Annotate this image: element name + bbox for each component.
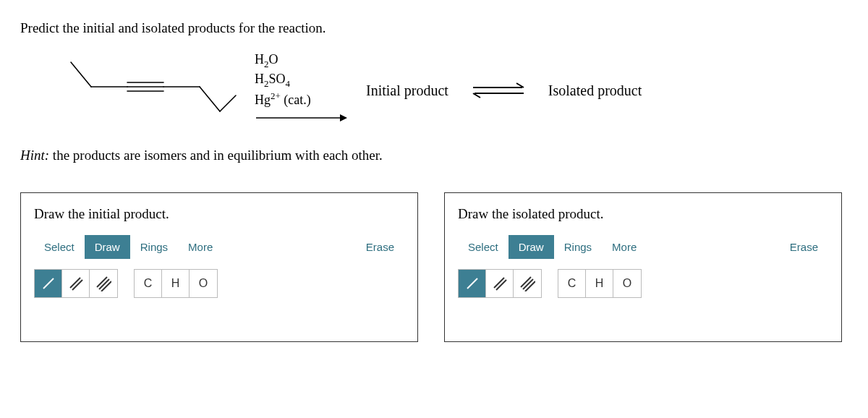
double-bond-button[interactable]: [486, 270, 514, 297]
hydrogen-button[interactable]: H: [586, 270, 613, 297]
initial-product-editor: Draw the initial product. Select Draw Ri…: [20, 192, 418, 342]
svg-line-6: [200, 87, 220, 111]
rings-tab[interactable]: Rings: [554, 235, 602, 259]
triple-bond-icon: [519, 276, 535, 291]
hydrogen-button[interactable]: H: [162, 270, 190, 297]
erase-button[interactable]: Erase: [356, 235, 404, 259]
question-text: Predict the initial and isolated product…: [20, 20, 848, 36]
erase-button[interactable]: Erase: [780, 235, 828, 259]
svg-marker-9: [340, 114, 347, 121]
single-bond-button[interactable]: [459, 270, 486, 297]
double-bond-button[interactable]: [62, 270, 90, 297]
bond-tool-group: [34, 269, 118, 298]
tool-row: C H O: [34, 269, 404, 298]
atom-tool-group: C H O: [134, 269, 218, 298]
reactant-structure: [49, 51, 237, 130]
tool-row: C H O: [458, 269, 828, 298]
carbon-button[interactable]: C: [558, 270, 586, 297]
editor-title: Draw the initial product.: [34, 206, 404, 222]
reagents-over-arrow: H2O H2SO4 Hg2+ (cat.): [255, 51, 349, 129]
editor-title: Draw the isolated product.: [458, 206, 828, 222]
draw-tab[interactable]: Draw: [85, 235, 130, 259]
hint-text: Hint: the products are isomers and in eq…: [20, 148, 848, 163]
rings-tab[interactable]: Rings: [130, 235, 178, 259]
select-tab[interactable]: Select: [34, 235, 85, 259]
double-bond-icon: [68, 276, 84, 291]
single-bond-icon: [41, 276, 56, 291]
triple-bond-button[interactable]: [90, 270, 117, 297]
bond-tool-group: [458, 269, 542, 298]
isolated-product-label: Isolated product: [548, 82, 642, 99]
svg-line-18: [467, 278, 477, 289]
more-tab[interactable]: More: [178, 235, 223, 259]
carbon-button[interactable]: C: [135, 270, 162, 297]
more-tab[interactable]: More: [602, 235, 647, 259]
svg-line-12: [43, 278, 54, 289]
equilibrium-arrow-icon: [466, 80, 531, 101]
single-bond-button[interactable]: [35, 270, 62, 297]
reagents-text: H2O H2SO4 Hg2+ (cat.): [255, 51, 341, 108]
triple-bond-button[interactable]: [514, 270, 541, 297]
editors-row: Draw the initial product. Select Draw Ri…: [20, 192, 848, 342]
editor-tabs: Select Draw Rings More Erase: [34, 235, 404, 259]
svg-line-0: [71, 62, 91, 87]
isolated-product-editor: Draw the isolated product. Select Draw R…: [444, 192, 842, 342]
initial-product-label: Initial product: [366, 82, 448, 99]
atom-tool-group: C H O: [558, 269, 642, 298]
reaction-arrow-icon: [255, 109, 349, 127]
triple-bond-icon: [95, 276, 111, 291]
reaction-scheme: H2O H2SO4 Hg2+ (cat.) Initial product Is…: [49, 51, 848, 130]
svg-line-7: [220, 95, 236, 111]
oxygen-button[interactable]: O: [613, 270, 641, 297]
draw-tab[interactable]: Draw: [509, 235, 554, 259]
oxygen-button[interactable]: O: [190, 270, 217, 297]
double-bond-icon: [492, 276, 508, 291]
single-bond-icon: [464, 276, 480, 291]
select-tab[interactable]: Select: [458, 235, 509, 259]
editor-tabs: Select Draw Rings More Erase: [458, 235, 828, 259]
